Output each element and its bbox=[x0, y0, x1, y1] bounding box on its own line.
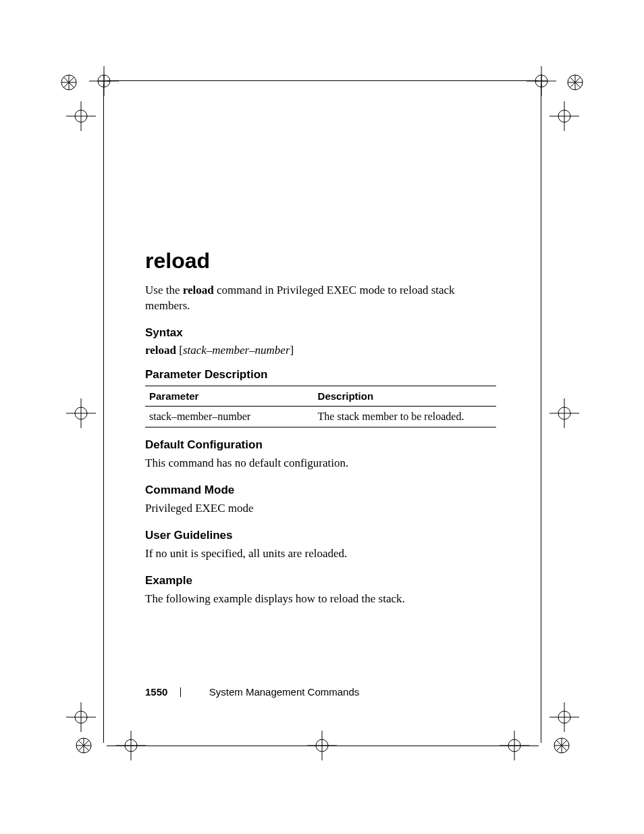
registration-mark-icon bbox=[76, 737, 92, 754]
parameter-table: Parameter Description stack–member–numbe… bbox=[145, 386, 496, 427]
crop-crosshair-icon bbox=[527, 66, 556, 96]
svg-line-41 bbox=[63, 77, 74, 88]
svg-point-36 bbox=[558, 711, 570, 723]
syntax-close-bracket: ] bbox=[290, 344, 294, 357]
registration-mark-icon bbox=[61, 74, 77, 90]
table-row: stack–member–number The stack member to … bbox=[145, 406, 496, 427]
page-number: 1550 bbox=[145, 686, 167, 698]
svg-line-51 bbox=[78, 740, 89, 751]
footer-separator bbox=[180, 687, 181, 697]
svg-point-7 bbox=[535, 75, 547, 87]
intro-command-name: reload bbox=[183, 284, 214, 296]
svg-line-46 bbox=[570, 77, 581, 88]
description-cell: The stack member to be reloaded. bbox=[314, 406, 496, 427]
svg-point-42 bbox=[568, 75, 583, 90]
registration-mark-icon bbox=[554, 737, 570, 754]
crop-crosshair-icon bbox=[66, 398, 96, 428]
intro-prefix: Use the bbox=[145, 284, 183, 296]
svg-point-47 bbox=[76, 738, 91, 753]
parameter-description-heading: Parameter Description bbox=[145, 368, 496, 382]
registration-mark-icon bbox=[567, 74, 583, 90]
default-configuration-heading: Default Configuration bbox=[145, 438, 496, 452]
example-text: The following example displays how to re… bbox=[145, 592, 496, 607]
parameter-col-header: Parameter bbox=[145, 386, 314, 406]
svg-point-33 bbox=[75, 711, 87, 723]
user-guidelines-heading: User Guidelines bbox=[145, 529, 496, 542]
svg-point-18 bbox=[75, 407, 87, 419]
page-footer: 1550 System Management Commands bbox=[145, 686, 359, 698]
command-title: reload bbox=[145, 249, 496, 273]
syntax-command: reload bbox=[145, 344, 176, 357]
crop-crosshair-icon bbox=[66, 101, 96, 131]
svg-line-50 bbox=[78, 740, 89, 751]
user-guidelines-text: If no unit is specified, all units are r… bbox=[145, 546, 496, 562]
svg-point-27 bbox=[75, 110, 87, 122]
svg-point-30 bbox=[558, 110, 570, 122]
crop-crosshair-icon bbox=[549, 702, 579, 732]
command-mode-text: Privileged EXEC mode bbox=[145, 501, 496, 517]
svg-line-45 bbox=[570, 77, 581, 88]
svg-point-2 bbox=[98, 75, 110, 87]
svg-point-52 bbox=[554, 738, 569, 753]
svg-line-40 bbox=[63, 77, 74, 88]
syntax-line: reload [stack–member–number] bbox=[145, 344, 496, 357]
parameter-cell: stack–member–number bbox=[145, 406, 314, 427]
chapter-title: System Management Commands bbox=[209, 686, 360, 698]
svg-point-21 bbox=[558, 407, 570, 419]
default-configuration-text: This command has no default configuratio… bbox=[145, 456, 496, 471]
syntax-open-bracket: [ bbox=[176, 344, 183, 357]
description-col-header: Description bbox=[314, 386, 496, 406]
crop-crosshair-icon bbox=[66, 702, 96, 732]
svg-line-56 bbox=[556, 740, 567, 751]
syntax-argument: stack–member–number bbox=[183, 344, 290, 357]
svg-point-37 bbox=[61, 75, 76, 90]
crop-crosshair-icon bbox=[89, 66, 119, 96]
syntax-heading: Syntax bbox=[145, 326, 496, 340]
command-mode-heading: Command Mode bbox=[145, 484, 496, 497]
crop-crosshair-icon bbox=[549, 398, 579, 428]
command-intro: Use the reload command in Privileged EXE… bbox=[145, 283, 496, 314]
example-heading: Example bbox=[145, 574, 496, 588]
svg-line-55 bbox=[556, 740, 567, 751]
crop-crosshair-icon bbox=[549, 101, 579, 131]
